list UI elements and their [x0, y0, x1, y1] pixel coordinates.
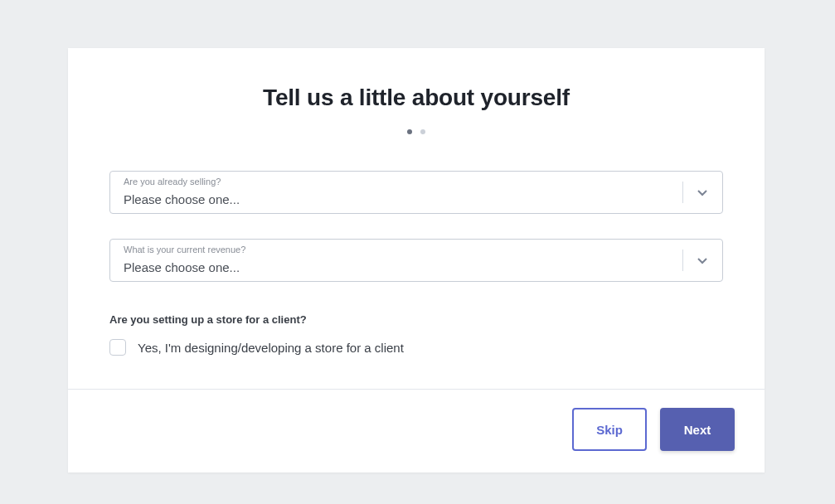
step-pager — [109, 129, 723, 134]
page-title: Tell us a little about yourself — [109, 85, 723, 111]
client-checkbox-row: Yes, I'm designing/developing a store fo… — [109, 339, 723, 356]
chevron-down-icon — [696, 254, 709, 267]
current-revenue-label: What is your current revenue? — [124, 245, 245, 254]
divider — [682, 250, 683, 271]
client-checkbox-label[interactable]: Yes, I'm designing/developing a store fo… — [138, 341, 404, 355]
current-revenue-value: Please choose one... — [124, 260, 240, 274]
already-selling-value: Please choose one... — [124, 192, 240, 206]
next-button[interactable]: Next — [660, 408, 735, 451]
already-selling-chevron-wrap — [682, 172, 722, 213]
chevron-down-icon — [696, 186, 709, 199]
pager-dot-2 — [420, 129, 425, 134]
client-question-label: Are you setting up a store for a client? — [109, 313, 723, 326]
onboarding-card: Tell us a little about yourself Are you … — [68, 48, 765, 472]
already-selling-label: Are you already selling? — [124, 177, 221, 187]
pager-dot-1 — [407, 129, 412, 134]
current-revenue-chevron-wrap — [682, 240, 722, 281]
card-footer: Skip Next — [68, 389, 765, 472]
client-checkbox[interactable] — [109, 339, 126, 356]
current-revenue-select[interactable]: What is your current revenue? Please cho… — [109, 239, 723, 282]
divider — [682, 182, 683, 203]
card-body: Tell us a little about yourself Are you … — [68, 48, 765, 389]
skip-button[interactable]: Skip — [572, 408, 647, 451]
already-selling-select[interactable]: Are you already selling? Please choose o… — [109, 171, 723, 214]
